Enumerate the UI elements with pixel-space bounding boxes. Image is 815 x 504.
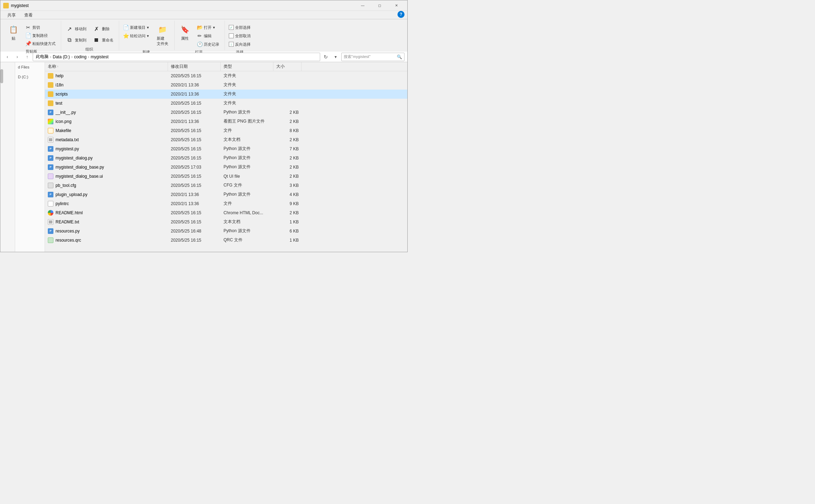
file-list-scroll[interactable]: 名称 ↑ 修改日期 类型 大小 help 2020/5/25 16:15: [45, 62, 407, 252]
file-type: Python 源文件: [221, 146, 273, 152]
nav-forward-button[interactable]: ›: [13, 53, 21, 61]
title-bar: mygistest — ◻ ✕: [0, 0, 407, 11]
file-icon: [48, 201, 53, 207]
delete-button[interactable]: ✗ 删除: [90, 24, 116, 34]
nav-back-button[interactable]: ‹: [3, 53, 12, 61]
table-row[interactable]: resources.qrc 2020/5/25 16:15 QRC 文件 1 K…: [45, 236, 407, 245]
col-header-size[interactable]: 大小: [273, 62, 302, 71]
tab-share[interactable]: 共享: [3, 11, 20, 19]
path-coding[interactable]: coding: [74, 54, 86, 59]
minimize-button[interactable]: —: [355, 0, 371, 11]
ui-icon: [48, 174, 53, 179]
table-row[interactable]: P resources.py 2020/5/25 16:48 Python 源文…: [45, 227, 407, 236]
file-date: 2020/2/1 13:36: [168, 119, 221, 124]
file-name: P resources.py: [45, 228, 168, 234]
col-header-name[interactable]: 名称 ↑: [45, 62, 168, 71]
path-drive[interactable]: Data (D:): [53, 54, 70, 59]
file-name: README.txt: [45, 219, 168, 225]
invert-selection-button[interactable]: ↕ 反向选择: [226, 40, 253, 48]
expand-path-button[interactable]: ▾: [331, 53, 340, 61]
rename-icon: ⏹: [92, 36, 101, 44]
table-row[interactable]: icon.png 2020/2/1 13:36 看图王 PNG 图片文件 2 K…: [45, 117, 407, 126]
file-name: pb_tool.cfg: [45, 183, 168, 188]
new-folder-button[interactable]: 📁 新建 文件夹: [154, 22, 172, 48]
file-date: 2020/5/25 16:15: [168, 174, 221, 179]
table-row[interactable]: P plugin_upload.py 2020/2/1 13:36 Python…: [45, 190, 407, 199]
close-button[interactable]: ✕: [388, 0, 405, 11]
path-pc[interactable]: 此电脑: [36, 54, 48, 60]
file-type: 文件: [221, 201, 273, 207]
cut-button[interactable]: ✂ 剪切: [23, 24, 58, 31]
col-header-type[interactable]: 类型: [221, 62, 273, 71]
help-button[interactable]: ?: [397, 11, 405, 18]
table-row[interactable]: P mygistest_dialog.py 2020/5/25 16:15 Py…: [45, 153, 407, 163]
easy-access-icon: ⭐: [123, 33, 129, 39]
table-row[interactable]: test 2020/5/25 16:15 文件夹: [45, 99, 407, 108]
copy-path-icon: 📄: [25, 33, 31, 38]
file-name: P mygistest_dialog_base.py: [45, 164, 168, 170]
file-name-text: Makefile: [56, 128, 71, 133]
window-controls: — ◻ ✕: [355, 0, 405, 11]
file-name: test: [45, 100, 168, 106]
table-row[interactable]: metadata.txt 2020/5/25 16:15 文本文档 2 KB: [45, 135, 407, 144]
file-date: 2020/2/1 13:36: [168, 92, 221, 97]
file-list-wrapper: 名称 ↑ 修改日期 类型 大小 help 2020/5/25 16:15: [45, 62, 407, 252]
select-all-button[interactable]: ✓ 全部选择: [226, 24, 253, 31]
file-date: 2020/5/25 16:15: [168, 238, 221, 243]
left-panel-item-drive-c[interactable]: D (C:): [15, 73, 45, 80]
file-size: 2 KB: [273, 165, 302, 170]
open-button[interactable]: 📂 打开 ▾: [194, 24, 222, 31]
copy-path-button[interactable]: 📄 复制路径: [23, 32, 58, 39]
history-button[interactable]: 🕐 历史记录: [194, 40, 222, 48]
new-folder-icon: 📁: [157, 24, 168, 35]
properties-button[interactable]: 🔖 属性: [176, 22, 194, 43]
folder-icon: [48, 82, 53, 88]
sidebar-scroll-thumb[interactable]: [0, 69, 3, 83]
file-date: 2020/5/25 16:15: [168, 210, 221, 215]
address-path[interactable]: 此电脑 › Data (D:) › coding › mygistest: [33, 53, 320, 61]
move-to-button[interactable]: ↗ 移动到: [63, 24, 89, 34]
file-size: 2 KB: [273, 156, 302, 161]
table-row[interactable]: README.html 2020/5/25 16:15 Chrome HTML …: [45, 208, 407, 217]
folder-icon: [48, 100, 53, 106]
edit-button[interactable]: ✏ 编辑: [194, 32, 222, 40]
file-type: Python 源文件: [221, 164, 273, 170]
nav-up-button[interactable]: ↑: [23, 53, 31, 61]
py-icon: P: [48, 146, 53, 152]
deselect-all-button[interactable]: 全部取消: [226, 32, 253, 40]
table-row[interactable]: i18n 2020/2/1 13:36 文件夹: [45, 80, 407, 90]
table-row[interactable]: pb_tool.cfg 2020/5/25 16:15 CFG 文件 3 KB: [45, 181, 407, 190]
new-item-button[interactable]: 📄 新建项目 ▾: [121, 24, 151, 31]
table-row[interactable]: pylintrc 2020/2/1 13:36 文件 9 KB: [45, 199, 407, 208]
ribbon-group-clipboard: 📋 贴 ✂ 剪切 📄 复制路径 📌 粘贴快捷方式 剪贴板: [3, 21, 61, 50]
refresh-button[interactable]: ↻: [322, 53, 330, 61]
left-panel-item-empty: [15, 71, 45, 73]
table-row[interactable]: mygistest_dialog_base.ui 2020/5/25 16:15…: [45, 172, 407, 181]
file-date: 2020/2/1 13:36: [168, 201, 221, 206]
rename-button[interactable]: ⏹ 重命名: [90, 35, 116, 45]
history-icon: 🕐: [197, 41, 202, 47]
table-row[interactable]: Makefile 2020/5/25 16:15 文件 8 KB: [45, 126, 407, 135]
table-row[interactable]: help 2020/5/25 16:15 文件夹: [45, 71, 407, 80]
table-row[interactable]: P __init__.py 2020/5/25 16:15 Python 源文件…: [45, 108, 407, 117]
path-mygistest[interactable]: mygistest: [91, 54, 109, 59]
col-header-date[interactable]: 修改日期: [168, 62, 221, 71]
table-row[interactable]: P mygistest_dialog_base.py 2020/5/25 17:…: [45, 163, 407, 172]
main-layout: d Files D (C:) 名称 ↑ 修改日期 类型 大小: [0, 62, 407, 252]
cfg-icon: [48, 183, 53, 188]
table-row[interactable]: scripts 2020/2/1 13:36 文件夹: [45, 90, 407, 99]
copy-to-button[interactable]: ⧉ 复制到: [63, 35, 89, 45]
tab-view[interactable]: 查看: [20, 11, 37, 19]
restore-button[interactable]: ◻: [371, 0, 388, 11]
easy-access-button[interactable]: ⭐ 轻松访问 ▾: [121, 32, 151, 40]
file-date: 2020/2/1 13:36: [168, 83, 221, 87]
paste-shortcut-button[interactable]: 📌 粘贴快捷方式: [23, 40, 58, 47]
left-panel-item-files[interactable]: d Files: [15, 64, 45, 71]
file-name-text: mygistest.py: [56, 146, 79, 151]
edit-icon: ✏: [197, 33, 202, 39]
search-box[interactable]: 搜索"mygistest" 🔍: [341, 53, 405, 61]
table-row[interactable]: P mygistest.py 2020/5/25 16:15 Python 源文…: [45, 144, 407, 153]
file-name: pylintrc: [45, 201, 168, 207]
paste-button[interactable]: 📋 贴: [5, 22, 22, 43]
table-row[interactable]: README.txt 2020/5/25 16:15 文本文档 1 KB: [45, 217, 407, 227]
